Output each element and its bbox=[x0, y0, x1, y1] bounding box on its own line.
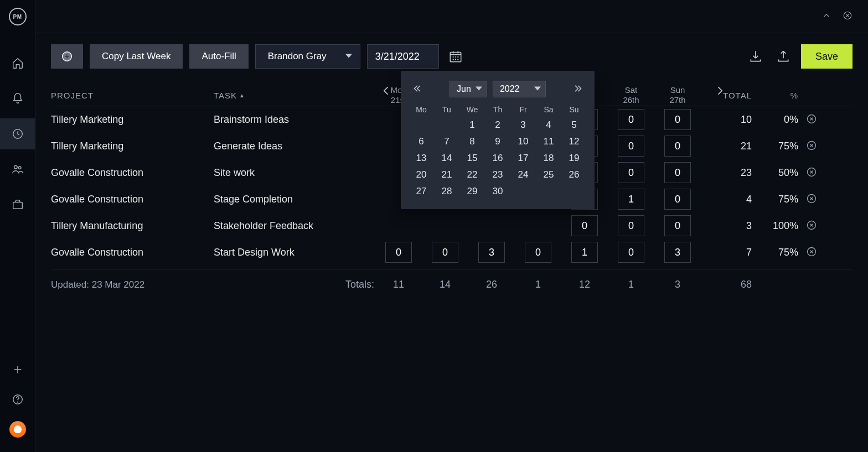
cell-total: 10 bbox=[702, 114, 752, 126]
dp-day[interactable]: 24 bbox=[514, 169, 533, 180]
dp-day[interactable]: 20 bbox=[412, 169, 431, 180]
hours-input[interactable] bbox=[618, 215, 644, 236]
auto-fill-button[interactable]: Auto-Fill bbox=[189, 44, 248, 69]
nav-projects[interactable] bbox=[0, 189, 35, 220]
nav-add[interactable] bbox=[0, 361, 35, 378]
dp-day[interactable]: 17 bbox=[514, 153, 533, 164]
hours-input[interactable] bbox=[664, 242, 691, 263]
cell-total: 23 bbox=[702, 167, 752, 179]
copy-last-week-button[interactable]: Copy Last Week bbox=[90, 44, 183, 69]
datepicker-prev[interactable] bbox=[412, 84, 422, 95]
cell-project: Govalle Construction bbox=[51, 167, 211, 179]
dp-day[interactable]: 26 bbox=[565, 169, 583, 180]
add-entry-button[interactable] bbox=[51, 44, 83, 69]
topbar-minimize-icon[interactable] bbox=[822, 11, 831, 22]
export-button[interactable] bbox=[773, 46, 793, 66]
nav-home[interactable] bbox=[0, 48, 35, 79]
dp-day[interactable]: 3 bbox=[514, 120, 533, 131]
delete-row-button[interactable] bbox=[800, 167, 823, 179]
dp-day[interactable]: 29 bbox=[463, 186, 482, 197]
week-next[interactable] bbox=[714, 83, 725, 100]
hours-input[interactable] bbox=[664, 215, 691, 236]
dp-day[interactable]: 16 bbox=[488, 153, 507, 164]
nav-team[interactable] bbox=[0, 154, 35, 185]
datepicker-month-select[interactable]: Jun bbox=[450, 81, 487, 97]
dp-day[interactable]: 14 bbox=[437, 153, 456, 164]
dp-day[interactable]: 5 bbox=[565, 120, 583, 131]
hours-input[interactable] bbox=[664, 162, 691, 183]
delete-row-button[interactable] bbox=[800, 220, 823, 232]
hours-input[interactable] bbox=[664, 109, 691, 130]
hours-input[interactable] bbox=[618, 109, 644, 130]
hours-input[interactable] bbox=[525, 242, 551, 263]
delete-row-button[interactable] bbox=[800, 246, 823, 259]
dp-day[interactable]: 4 bbox=[539, 120, 558, 131]
datepicker-next[interactable] bbox=[574, 84, 583, 95]
dp-day[interactable]: 13 bbox=[412, 153, 431, 164]
dp-day[interactable]: 9 bbox=[488, 136, 507, 147]
hours-input[interactable] bbox=[478, 242, 505, 263]
dp-day[interactable]: 1 bbox=[463, 120, 482, 131]
header-project[interactable]: PROJECT bbox=[51, 91, 211, 106]
delete-row-button[interactable] bbox=[800, 193, 823, 206]
dp-dow: Th bbox=[488, 105, 507, 114]
hours-input[interactable] bbox=[618, 136, 644, 157]
save-button[interactable]: Save bbox=[801, 44, 852, 69]
week-date-input[interactable] bbox=[367, 44, 439, 69]
total-sun: 3 bbox=[655, 279, 700, 290]
hours-input[interactable] bbox=[571, 242, 598, 263]
dp-day[interactable]: 21 bbox=[437, 169, 456, 180]
dp-day[interactable]: 18 bbox=[539, 153, 558, 164]
hours-input[interactable] bbox=[618, 242, 644, 263]
nav-notifications[interactable] bbox=[0, 83, 35, 114]
datepicker: Jun 2022 MoTuWeThFrSaSu12345678910111213… bbox=[401, 71, 595, 209]
upload-icon bbox=[776, 49, 790, 64]
plus-icon bbox=[12, 363, 24, 376]
calendar-button[interactable] bbox=[446, 46, 466, 66]
dp-day[interactable]: 15 bbox=[463, 153, 482, 164]
cell-task: Brainstorm Ideas bbox=[214, 114, 374, 126]
datepicker-year-select[interactable]: 2022 bbox=[493, 81, 546, 97]
delete-row-button[interactable] bbox=[800, 113, 823, 126]
dp-day[interactable]: 10 bbox=[514, 136, 533, 147]
hours-input[interactable] bbox=[664, 136, 691, 157]
dp-day[interactable]: 12 bbox=[565, 136, 583, 147]
header-task[interactable]: TASK ▲ bbox=[214, 91, 374, 106]
dp-day[interactable]: 28 bbox=[437, 186, 456, 197]
hours-input[interactable] bbox=[385, 242, 412, 263]
cell-project: Tillery Marketing bbox=[51, 114, 211, 126]
topbar-close-icon[interactable] bbox=[843, 11, 852, 22]
help-icon bbox=[12, 393, 24, 406]
delete-row-button[interactable] bbox=[800, 140, 823, 153]
dp-day[interactable]: 2 bbox=[488, 120, 507, 131]
toolbar: Copy Last Week Auto-Fill Brandon Gray Sa… bbox=[35, 33, 868, 75]
hours-input[interactable] bbox=[618, 162, 644, 183]
dp-day[interactable]: 27 bbox=[412, 186, 431, 197]
dp-day[interactable]: 19 bbox=[565, 153, 583, 164]
dp-day[interactable]: 11 bbox=[539, 136, 558, 147]
dp-day[interactable]: 7 bbox=[437, 136, 456, 147]
dp-day[interactable]: 6 bbox=[412, 136, 431, 147]
user-select[interactable]: Brandon Gray bbox=[255, 44, 360, 69]
cell-total: 7 bbox=[702, 247, 752, 258]
people-icon bbox=[12, 163, 24, 175]
dp-day[interactable]: 30 bbox=[488, 186, 507, 197]
dp-day[interactable]: 22 bbox=[463, 169, 482, 180]
nav-timesheet[interactable] bbox=[0, 118, 35, 149]
week-prev[interactable] bbox=[381, 83, 392, 100]
hours-input[interactable] bbox=[664, 189, 691, 210]
hours-input[interactable] bbox=[618, 189, 644, 210]
cell-percent: 75% bbox=[754, 247, 798, 258]
total-tue: 14 bbox=[423, 279, 467, 290]
caret-down-icon bbox=[345, 51, 352, 62]
hours-input[interactable] bbox=[571, 215, 598, 236]
cell-task: Site work bbox=[214, 167, 374, 179]
import-button[interactable] bbox=[746, 46, 766, 66]
dp-day[interactable]: 25 bbox=[539, 169, 558, 180]
dp-day[interactable]: 23 bbox=[488, 169, 507, 180]
avatar[interactable] bbox=[9, 421, 26, 438]
dp-day[interactable]: 8 bbox=[463, 136, 482, 147]
nav-help[interactable] bbox=[0, 391, 35, 408]
header-total: TOTAL bbox=[702, 91, 752, 106]
hours-input[interactable] bbox=[432, 242, 458, 263]
